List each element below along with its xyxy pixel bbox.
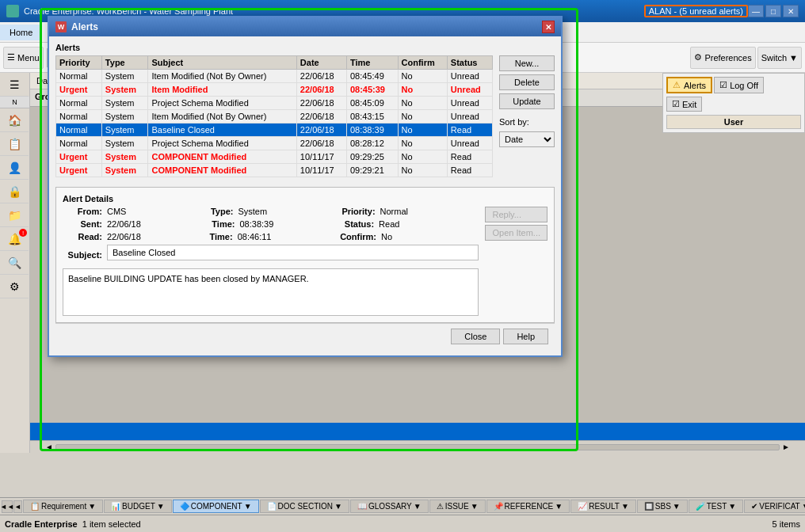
- verificat-tab-label: VERIFICAT: [759, 502, 799, 511]
- row-subject: Baseline Closed: [148, 124, 296, 137]
- exit-button[interactable]: ☑ Exit: [666, 97, 702, 112]
- close-dialog-button[interactable]: Close: [451, 329, 500, 344]
- row-priority: Normal: [56, 97, 102, 110]
- tab-component[interactable]: 🔷 COMPONENT ▼: [173, 500, 259, 513]
- tab-nav-first[interactable]: ◄◄: [2, 500, 13, 513]
- table-row[interactable]: Normal System Item Modified (Not By Owne…: [56, 70, 493, 83]
- table-row[interactable]: Normal System Project Schema Modified 22…: [56, 137, 493, 150]
- alerts-button[interactable]: ⚠ Alerts: [666, 77, 712, 93]
- table-row[interactable]: Normal System Project Schema Modified 22…: [56, 97, 493, 110]
- tab-doc-section[interactable]: 📄 DOC SECTION ▼: [260, 500, 349, 513]
- row-type: System: [101, 124, 148, 137]
- row-date: 10/11/17: [296, 164, 346, 177]
- dialog-title-bar: W Alerts ✕: [49, 17, 561, 36]
- from-label: From:: [63, 207, 102, 216]
- row-date: 22/06/18: [296, 137, 346, 150]
- reply-button[interactable]: Reply...: [485, 207, 547, 222]
- sidebar-dashboard-icon[interactable]: 🏠: [0, 108, 29, 132]
- status-items-count: 5 items: [773, 519, 800, 529]
- tab-nav-prev[interactable]: ◄: [13, 500, 22, 513]
- table-row[interactable]: Urgent System Item Modified 22/06/18 08:…: [56, 83, 493, 97]
- row-subject: Item Modified (Not By Owner): [148, 110, 296, 124]
- row-type: System: [101, 164, 148, 177]
- scroll-track[interactable]: [55, 444, 780, 450]
- update-alert-button[interactable]: Update: [499, 93, 555, 109]
- tab-reference[interactable]: 📌 REFERENCE ▼: [486, 500, 570, 513]
- sidebar-lock-icon[interactable]: 🔒: [0, 180, 29, 203]
- row-confirm: No: [398, 150, 447, 164]
- horizontal-scrollbar[interactable]: ◄ ►: [30, 440, 805, 453]
- details-content: From: CMS Type: System Priority: Normal …: [63, 207, 547, 316]
- requirement-tab-icon: 📋: [30, 502, 40, 511]
- row-type: System: [101, 137, 148, 150]
- help-button[interactable]: Help: [503, 329, 548, 344]
- menu-toggle-button[interactable]: ☰ Menu: [3, 47, 44, 69]
- status-selection-info: 1 item selected: [82, 519, 141, 529]
- message-body: Baseline BUILDING UPDATE has been closed…: [63, 268, 479, 316]
- row-status: Unread: [447, 110, 492, 124]
- alerts-table-container[interactable]: Priority Type Subject Date Time Confirm …: [55, 55, 493, 182]
- glossary-tab-icon: 📖: [357, 502, 367, 511]
- maximize-button[interactable]: □: [765, 5, 781, 17]
- tab-test[interactable]: 🧪 TEST ▼: [689, 500, 743, 513]
- row-confirm: No: [398, 83, 447, 97]
- alert-details-section: Alert Details From: CMS Type: System Pri…: [55, 187, 555, 323]
- minimize-button[interactable]: —: [748, 5, 764, 17]
- table-row-selected[interactable]: Normal System Baseline Closed 22/06/18 0…: [56, 124, 493, 137]
- sidebar-user-icon[interactable]: 👤: [0, 156, 29, 180]
- tab-result[interactable]: 📈 RESULT ▼: [570, 500, 636, 513]
- row-subject: Project Schema Modified: [148, 137, 296, 150]
- type-label: Type:: [211, 207, 234, 216]
- close-button[interactable]: ✕: [783, 5, 799, 17]
- read-label: Read:: [63, 232, 102, 241]
- open-item-button[interactable]: Open Item...: [485, 225, 547, 241]
- row-time: 08:45:09: [346, 97, 398, 110]
- tab-budget[interactable]: 📊 BUDGET ▼: [104, 500, 172, 513]
- tab-glossary[interactable]: 📖 GLOSSARY ▼: [350, 500, 429, 513]
- row-priority: Normal: [56, 137, 102, 150]
- sidebar-settings-icon[interactable]: ⚙: [0, 275, 29, 298]
- new-alert-button[interactable]: New...: [499, 55, 555, 71]
- sort-dropdown[interactable]: Date Priority Status: [499, 131, 555, 147]
- row-type: System: [101, 70, 148, 83]
- row-type: System: [101, 110, 148, 124]
- scroll-right-button[interactable]: ►: [780, 441, 792, 454]
- delete-alert-button[interactable]: Delete: [499, 74, 555, 90]
- row-date: 22/06/18: [296, 124, 346, 137]
- sidebar-folder-icon[interactable]: 📁: [0, 203, 29, 227]
- subject-value: Baseline Closed: [107, 245, 479, 260]
- tab-verificat[interactable]: ✔ VERIFICAT ▼: [744, 500, 805, 513]
- row-subject: Item Modified (Not By Owner): [148, 70, 296, 83]
- reference-tab-arrow: ▼: [555, 502, 563, 511]
- preferences-button[interactable]: ⚙ Preferences: [690, 47, 755, 69]
- sidebar-requirements-icon[interactable]: 📋: [0, 132, 29, 156]
- row-date: 22/06/18: [296, 97, 346, 110]
- sbs-tab-label: SBS: [655, 502, 671, 511]
- sidebar-search-icon[interactable]: 🔍: [0, 251, 29, 275]
- scroll-left-button[interactable]: ◄: [43, 441, 55, 454]
- alert-triangle-icon: ⚠: [673, 80, 681, 90]
- switch-button[interactable]: Switch ▼: [757, 47, 802, 69]
- tab-requirement[interactable]: 📋 Requirement ▼: [23, 500, 103, 513]
- sidebar-label: N: [0, 97, 29, 108]
- table-row[interactable]: Urgent System COMPONENT Modified 10/11/1…: [56, 164, 493, 177]
- sidebar-alert-icon[interactable]: 🔔 !: [0, 227, 29, 251]
- row-date: 22/06/18: [296, 83, 346, 97]
- tab-issue[interactable]: ⚠ ISSUE ▼: [429, 500, 486, 513]
- logoff-button[interactable]: ☑ Log Off: [714, 77, 764, 93]
- row-type: System: [101, 150, 148, 164]
- result-tab-arrow: ▼: [621, 502, 629, 511]
- subject-label: Subject:: [63, 250, 102, 260]
- table-row[interactable]: Urgent System COMPONENT Modified 10/11/1…: [56, 150, 493, 164]
- read-time-label: Time:: [210, 232, 233, 241]
- dialog-close-button[interactable]: ✕: [542, 21, 555, 33]
- tab-sbs[interactable]: 🔲 SBS ▼: [637, 500, 688, 513]
- dialog-footer: Close Help: [55, 323, 555, 349]
- component-tab-icon: 🔷: [180, 502, 189, 511]
- sidebar-menu-icon[interactable]: ☰: [0, 73, 29, 97]
- row-status: Unread: [447, 70, 492, 83]
- selected-row[interactable]: [30, 423, 805, 440]
- table-row[interactable]: Normal System Item Modified (Not By Owne…: [56, 110, 493, 124]
- app-title: Cradle Enterprise: WorkBench - Water Sam…: [24, 6, 644, 16]
- menu-home[interactable]: Home: [0, 25, 42, 40]
